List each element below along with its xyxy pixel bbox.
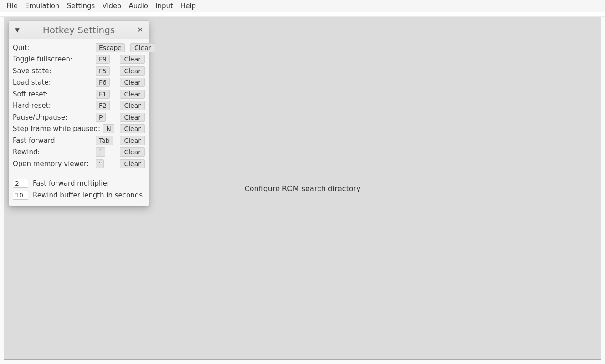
main-viewport: Configure ROM search directory ▼ Hotkey … [4,17,601,360]
hotkey-row-step-frame: Step frame while paused: N Clear [13,123,145,135]
hotkey-key-button[interactable]: Escape [96,43,125,52]
hotkey-label: Toggle fullscreen: [13,55,93,63]
hotkey-key-button[interactable]: ` [96,147,105,157]
clear-button[interactable]: Clear [120,124,145,133]
menu-input[interactable]: Input [152,0,177,11]
menu-help[interactable]: Help [177,0,200,11]
hotkey-row-quit: Quit: Escape Clear [13,42,145,54]
hotkey-label: Save state: [13,67,93,75]
menu-video[interactable]: Video [98,0,125,11]
hotkey-row-soft-reset: Soft reset: F1 Clear [13,88,145,100]
hotkey-row-rewind: Rewind: ` Clear [13,147,145,158]
menu-settings[interactable]: Settings [63,0,99,11]
rewind-buffer-length-input[interactable] [13,191,28,200]
hotkey-label: Load state: [13,78,93,86]
collapse-icon[interactable]: ▼ [13,27,22,33]
clear-button[interactable]: Clear [120,55,145,64]
numeric-label: Rewind buffer length in seconds [33,191,143,199]
hotkey-key-button[interactable]: F2 [96,101,110,110]
hotkey-key-button[interactable]: Tab [96,136,113,145]
hotkey-row-save-state: Save state: F5 Clear [13,65,145,77]
hotkey-row-pause: Pause/Unpause: P Clear [13,111,145,123]
hotkey-key-button[interactable]: F9 [96,55,110,64]
numeric-label: Fast forward multiplier [33,179,110,187]
panel-titlebar[interactable]: ▼ Hotkey Settings ✕ [9,21,149,39]
hotkey-key-button[interactable]: F1 [96,90,110,99]
panel-title: Hotkey Settings [22,25,136,35]
hotkey-key-button[interactable]: F5 [96,66,110,76]
hotkey-label: Fast forward: [13,136,93,145]
clear-button[interactable]: Clear [120,159,145,168]
toolbar-separator [0,12,605,17]
hotkey-row-toggle-fullscreen: Toggle fullscreen: F9 Clear [13,54,145,66]
hotkey-key-button[interactable]: P [96,113,106,122]
menu-file[interactable]: File [3,0,21,11]
hotkey-settings-panel: ▼ Hotkey Settings ✕ Quit: Escape Clear T… [9,20,149,206]
hotkey-row-load-state: Load state: F6 Clear [13,77,145,89]
clear-button[interactable]: Clear [120,136,145,145]
clear-button[interactable]: Clear [120,113,145,122]
clear-button[interactable]: Clear [130,43,155,52]
hotkey-key-button[interactable]: N [103,124,114,133]
clear-button[interactable]: Clear [120,90,145,99]
hotkey-label: Pause/Unpause: [13,113,93,121]
hotkey-row-memory-viewer: Open memory viewer: ' Clear [13,158,145,170]
hotkey-row-fast-forward: Fast forward: Tab Clear [13,135,145,147]
hotkey-key-button[interactable]: F6 [96,78,110,87]
hotkey-label: Soft reset: [13,90,93,98]
numeric-row-rewind-buffer: Rewind buffer length in seconds [13,189,145,201]
hotkey-row-hard-reset: Hard reset: F2 Clear [13,100,145,112]
menu-audio[interactable]: Audio [125,0,152,11]
close-icon[interactable]: ✕ [136,25,145,34]
menubar: File Emulation Settings Video Audio Inpu… [0,0,605,12]
panel-body: Quit: Escape Clear Toggle fullscreen: F9… [9,39,149,206]
clear-button[interactable]: Clear [120,66,145,76]
clear-button[interactable]: Clear [120,78,145,87]
hotkey-label: Step frame while paused: [13,125,100,133]
menu-emulation[interactable]: Emulation [21,0,63,11]
clear-button[interactable]: Clear [120,101,145,110]
numeric-row-ff-multiplier: Fast forward multiplier [13,178,145,190]
hotkey-label: Quit: [13,44,93,52]
hotkey-label: Hard reset: [13,101,93,110]
hotkey-label: Open memory viewer: [13,160,93,168]
clear-button[interactable]: Clear [120,147,145,157]
hotkey-key-button[interactable]: ' [96,159,104,168]
hotkey-label: Rewind: [13,148,93,156]
fast-forward-multiplier-input[interactable] [13,179,28,188]
